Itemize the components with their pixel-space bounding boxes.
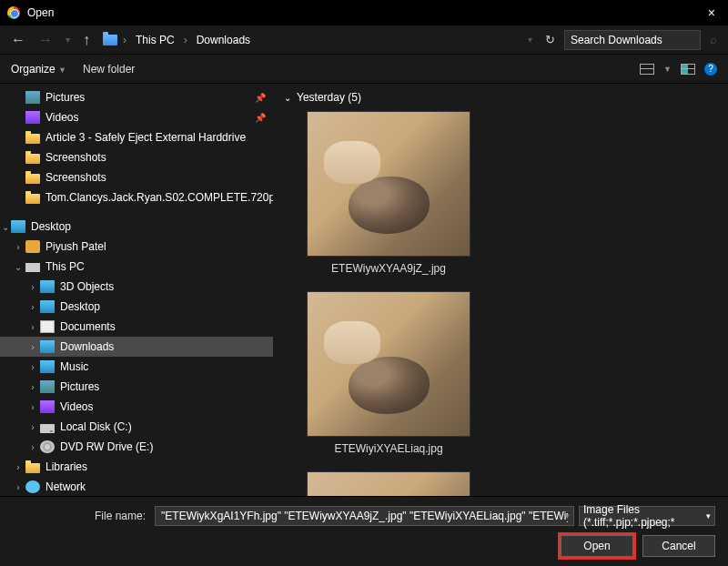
tree-label: Desktop <box>31 220 71 233</box>
breadcrumb-current[interactable]: Downloads <box>193 32 254 48</box>
ico-folder-icon <box>25 154 40 164</box>
tree-item[interactable]: ›Music <box>0 357 273 377</box>
group-header[interactable]: ⌄ Yesterday (5) <box>284 91 717 104</box>
open-button[interactable]: Open <box>561 535 633 557</box>
thumbnail-image <box>307 471 470 496</box>
search-input[interactable]: Search Downloads <box>564 30 701 50</box>
chevron-right-icon: › <box>184 34 187 46</box>
preview-pane-icon[interactable] <box>681 64 695 75</box>
filename-dropdown[interactable]: ▾ <box>565 511 570 521</box>
up-button[interactable]: ↑ <box>79 30 94 50</box>
tree-item[interactable]: ›Desktop <box>0 297 273 317</box>
tree-label: Article 3 - Safely Eject External Harddr… <box>46 131 246 144</box>
ico-pictures-icon <box>40 380 55 393</box>
tree-item[interactable]: ›Documents <box>0 317 273 337</box>
toolbar: Organize ▼ New folder ▼ ? <box>0 55 728 84</box>
tree-item[interactable]: Screenshots <box>0 167 273 187</box>
tree-item[interactable]: ⌄This PC <box>0 257 273 277</box>
tree-item[interactable]: ›Piyush Patel <box>0 237 273 257</box>
tree-item[interactable]: ›Libraries <box>0 457 273 477</box>
tree-item[interactable]: ›Videos <box>0 397 273 417</box>
file-thumbnail[interactable]: ETEWiyiXYAELiaq.jpg <box>284 291 493 455</box>
filetype-select[interactable]: Image Files (*.tiff;*.pjp;*.pjpeg;*▾ <box>579 506 715 526</box>
tree-label: Downloads <box>60 340 114 353</box>
tree-label: Documents <box>60 320 116 333</box>
tree-item[interactable]: ›Network <box>0 477 273 496</box>
ico-folder-icon <box>25 194 40 204</box>
ico-desktop-icon <box>11 220 25 233</box>
navbar: ← → ▾ ↑ › This PC › Downloads ▾ ↻ Search… <box>0 25 728 55</box>
tree-item[interactable]: Videos📌 <box>0 107 273 127</box>
ico-net-icon <box>25 480 40 493</box>
ico-folder-icon <box>25 463 40 473</box>
forward-button[interactable]: → <box>35 30 56 50</box>
tree-label: Desktop <box>60 300 100 313</box>
chevron-icon: › <box>27 442 38 452</box>
cancel-button[interactable]: Cancel <box>642 535 715 557</box>
ico-folder-icon <box>25 174 40 184</box>
tree-label: Videos <box>46 111 78 124</box>
chevron-icon: › <box>27 362 38 372</box>
thumbnail-name: ETEWiywXYAA9jZ_.jpg <box>284 262 493 275</box>
ico-desktop-icon <box>40 280 55 293</box>
chevron-icon: › <box>27 422 38 432</box>
tree-item[interactable]: ›Local Disk (C:) <box>0 417 273 437</box>
tree-label: 3D Objects <box>60 280 114 293</box>
titlebar: Open × <box>0 0 728 25</box>
new-folder-button[interactable]: New folder <box>83 63 135 76</box>
chevron-icon: › <box>13 462 24 472</box>
file-list: ⌄ Yesterday (5) ETEWiywXYAA9jZ_.jpgETEWi… <box>273 84 728 496</box>
view-dropdown[interactable]: ▼ <box>663 65 672 74</box>
filename-input[interactable] <box>155 506 574 526</box>
tree-item[interactable]: ›Downloads <box>0 337 273 357</box>
window-title: Open <box>27 6 54 19</box>
pin-icon: 📌 <box>255 113 266 123</box>
chevron-icon: › <box>27 282 38 292</box>
organize-button[interactable]: Organize ▼ <box>11 63 66 76</box>
file-thumbnail[interactable]: ETEWiyhX0AEeJxZ.jpg <box>284 471 493 496</box>
chevron-icon: › <box>27 302 38 312</box>
file-thumbnail[interactable]: ETEWiywXYAA9jZ_.jpg <box>284 111 493 275</box>
ico-docs-icon <box>40 320 55 333</box>
chrome-icon <box>7 6 20 19</box>
tree-label: Music <box>60 360 88 373</box>
search-icon[interactable]: ⌕ <box>706 31 721 48</box>
tree-label: This PC <box>46 260 85 273</box>
chevron-icon: › <box>27 382 38 392</box>
breadcrumb-root[interactable]: This PC <box>132 32 178 48</box>
ico-folder-icon <box>25 134 40 144</box>
tree-item[interactable]: ›DVD RW Drive (E:) <box>0 437 273 457</box>
tree-label: Pictures <box>46 91 85 104</box>
tree-label: Screenshots <box>46 151 106 164</box>
chevron-icon: › <box>27 322 38 332</box>
tree-item[interactable]: Tom.Clancys.Jack.Ryan.S02.COMPLETE.720p.… <box>0 187 273 207</box>
tree-item[interactable]: Pictures📌 <box>0 87 273 107</box>
tree-label: Local Disk (C:) <box>60 420 132 433</box>
help-icon[interactable]: ? <box>704 63 717 76</box>
tree-nav: Pictures📌Videos📌Article 3 - Safely Eject… <box>0 84 273 496</box>
tree-item[interactable]: Screenshots <box>0 147 273 167</box>
chevron-icon: › <box>27 342 38 352</box>
footer: File name: ▾ Image Files (*.tiff;*.pjp;*… <box>0 496 728 566</box>
refresh-button[interactable]: ↻ <box>541 31 559 48</box>
dropdown-icon[interactable]: ▾ <box>524 33 536 46</box>
chevron-icon: ⌄ <box>0 222 11 232</box>
tree-label: DVD RW Drive (E:) <box>60 440 153 453</box>
tree-item[interactable]: ›3D Objects <box>0 277 273 297</box>
tree-item[interactable]: ›Pictures <box>0 377 273 397</box>
folder-icon <box>103 35 117 45</box>
recent-dropdown[interactable]: ▾ <box>62 33 74 46</box>
tree-label: Pictures <box>60 380 99 393</box>
chevron-icon: ⌄ <box>13 262 24 272</box>
thumbnail-image <box>307 111 470 257</box>
chevron-icon: › <box>13 242 24 252</box>
tree-item[interactable]: Article 3 - Safely Eject External Harddr… <box>0 127 273 147</box>
tree-label: Videos <box>60 400 93 413</box>
tree-label: Piyush Patel <box>46 240 106 253</box>
chevron-down-icon: ⌄ <box>284 93 291 103</box>
back-button[interactable]: ← <box>7 30 29 50</box>
view-icon[interactable] <box>640 64 654 75</box>
tree-item[interactable]: ⌄Desktop <box>0 217 273 237</box>
thumbnail-name: ETEWiyiXYAELiaq.jpg <box>284 442 493 455</box>
close-icon[interactable]: × <box>703 5 721 20</box>
